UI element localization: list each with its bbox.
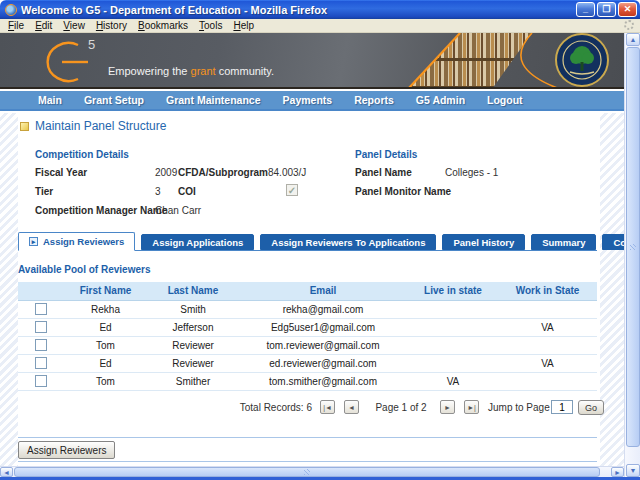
tagline-post: community. <box>216 65 274 77</box>
scroll-right-icon[interactable]: ► <box>611 467 624 477</box>
col-first-name: First Name <box>63 282 148 300</box>
competition-manager-label: Competition Manager Name <box>35 205 167 216</box>
panel-name-value: Colleges - 1 <box>445 167 498 178</box>
page-title-icon <box>20 122 29 131</box>
scroll-up-icon[interactable]: ▲ <box>626 33 640 46</box>
cell-first-name: Ed <box>63 318 148 336</box>
cell-last-name: Reviewer <box>148 354 238 372</box>
jump-to-page-input[interactable] <box>551 400 573 414</box>
cell-live-in-state <box>408 354 498 372</box>
menu-history[interactable]: History <box>96 20 127 31</box>
assign-reviewers-button[interactable]: Assign Reviewers <box>18 441 115 459</box>
cfda-value: 84.003/J <box>268 167 306 178</box>
row-select-cell <box>18 354 63 372</box>
panel-details-heading: Panel Details <box>355 149 417 160</box>
nav-reports[interactable]: Reports <box>354 94 394 106</box>
minimize-button[interactable]: _ <box>576 2 595 17</box>
row-checkbox[interactable] <box>35 321 47 333</box>
next-page-button[interactable]: ► <box>440 400 455 414</box>
nav-grant-setup[interactable]: Grant Setup <box>84 94 144 106</box>
table-row: Ed Reviewer ed.reviewer@gmail.com VA <box>18 354 597 372</box>
cell-work-in-state <box>498 372 597 390</box>
library-image <box>374 33 624 89</box>
table-row: Tom Smither tom.smither@gmail.com VA <box>18 372 597 390</box>
cell-first-name: Ed <box>63 354 148 372</box>
tagline-pre: Empowering the <box>108 65 191 77</box>
cell-work-in-state <box>498 300 597 318</box>
jump-to-page-label: Jump to Page <box>488 402 550 413</box>
fiscal-year-value: 2009 <box>155 167 177 178</box>
tab-summary[interactable]: Summary <box>531 234 596 250</box>
cell-first-name: Rekha <box>63 300 148 318</box>
divider <box>18 437 597 438</box>
tab-assign-applications[interactable]: Assign Applications <box>141 234 254 250</box>
tab-assign-reviewers-to-applications[interactable]: Assign Reviewers To Applications <box>260 234 436 250</box>
cell-last-name: Smither <box>148 372 238 390</box>
col-live-in-state: Live in state <box>408 282 498 300</box>
row-checkbox[interactable] <box>35 357 47 369</box>
competition-details-heading: Competition Details <box>35 149 129 160</box>
prev-page-button[interactable]: ◄ <box>344 400 359 414</box>
panel-monitor-label: Panel Monitor Name <box>355 186 451 197</box>
menu-view[interactable]: View <box>63 20 85 31</box>
menu-file[interactable]: File <box>8 20 24 31</box>
row-checkbox[interactable] <box>35 303 47 315</box>
row-select-cell <box>18 372 63 390</box>
go-button[interactable]: Go <box>578 400 604 415</box>
nav-grant-maintenance[interactable]: Grant Maintenance <box>166 94 261 106</box>
nav-logout[interactable]: Logout <box>487 94 523 106</box>
throbber-icon <box>624 20 634 30</box>
close-button[interactable]: ✕ <box>618 2 637 17</box>
col-work-in-state: Work in State <box>498 282 597 300</box>
title-bar: Welcome to G5 - Department of Education … <box>0 0 640 19</box>
fiscal-year-label: Fiscal Year <box>35 167 87 178</box>
col-last-name: Last Name <box>148 282 238 300</box>
last-page-button[interactable]: ►| <box>464 400 479 414</box>
scroll-down-icon[interactable]: ▼ <box>626 464 640 477</box>
banner-artwork <box>374 33 624 89</box>
page-indicator: Page 1 of 2 <box>368 402 434 413</box>
first-page-button[interactable]: |◄ <box>320 400 335 414</box>
scroll-left-icon[interactable]: ◄ <box>0 467 13 477</box>
tier-label: Tier <box>35 186 53 197</box>
restore-button[interactable]: ❐ <box>597 2 616 17</box>
nav-main[interactable]: Main <box>38 94 62 106</box>
cell-email: tom.smither@gmail.com <box>238 372 408 390</box>
menu-tools[interactable]: Tools <box>199 20 222 31</box>
vertical-scrollbar[interactable]: ▲ ▼ <box>624 33 640 477</box>
available-pool-heading: Available Pool of Reviewers <box>18 264 150 275</box>
row-select-cell <box>18 336 63 354</box>
window-title: Welcome to G5 - Department of Education … <box>21 4 576 16</box>
vertical-scrollbar-thumb[interactable] <box>626 47 640 447</box>
page-title-text: Maintain Panel Structure <box>35 119 166 133</box>
tagline-highlight: grant <box>191 65 216 77</box>
cell-email: tom.reviewer@gmail.com <box>238 336 408 354</box>
nav-payments[interactable]: Payments <box>283 94 333 106</box>
coi-label: COI <box>178 186 196 197</box>
cell-live-in-state: VA <box>408 372 498 390</box>
row-checkbox[interactable] <box>35 339 47 351</box>
tab-label: Assign Reviewers To Applications <box>271 237 425 248</box>
menu-bar: File Edit View History Bookmarks Tools H… <box>0 19 640 33</box>
cell-live-in-state <box>408 336 498 354</box>
row-select-cell <box>18 300 63 318</box>
cell-email: Edg5user1@gmail.com <box>238 318 408 336</box>
table-row: Tom Reviewer tom.reviewer@gmail.com <box>18 336 597 354</box>
table-row: Ed Jefferson Edg5user1@gmail.com VA <box>18 318 597 336</box>
horizontal-scrollbar[interactable]: ◄ ► <box>0 466 624 477</box>
horizontal-scrollbar-thumb[interactable] <box>14 467 600 477</box>
menu-edit[interactable]: Edit <box>35 20 52 31</box>
menu-help[interactable]: Help <box>233 20 254 31</box>
menu-bookmarks[interactable]: Bookmarks <box>138 20 188 31</box>
main-nav: Main Grant Setup Grant Maintenance Payme… <box>0 91 624 111</box>
coi-checkbox: ✓ <box>286 184 298 196</box>
cell-work-in-state: VA <box>498 354 597 372</box>
tab-assign-reviewers[interactable]: ▸ Assign Reviewers <box>18 232 135 251</box>
select-column-header <box>18 282 63 300</box>
cell-first-name: Tom <box>63 372 148 390</box>
tab-panel-history[interactable]: Panel History <box>442 234 525 250</box>
row-checkbox[interactable] <box>35 375 47 387</box>
nav-g5-admin[interactable]: G5 Admin <box>416 94 465 106</box>
competition-manager-value: Chan Carr <box>155 205 201 216</box>
g5-logo-five: 5 <box>88 37 95 52</box>
